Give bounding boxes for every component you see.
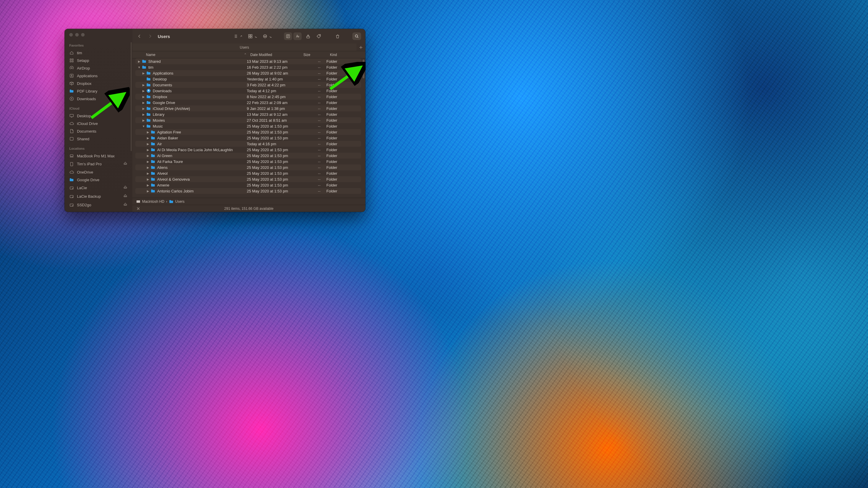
file-row[interactable]: ▶ Air Today at 4:16 pm -- Folder — [135, 141, 361, 147]
column-name[interactable]: Name ⌃ — [146, 53, 250, 57]
sidebar-scrollbar[interactable] — [131, 42, 132, 151]
sidebar-item-label: LaCie — [77, 186, 120, 190]
sidebar-item[interactable]: LaCie Backup — [65, 192, 132, 201]
disclosure-triangle-icon[interactable]: ▶ — [142, 113, 146, 116]
file-row[interactable]: ▶ Dropbox 8 Nov 2022 at 2:45 pm -- Folde… — [135, 94, 361, 100]
sidebar-item[interactable]: iCloud Drive — [65, 120, 132, 127]
eject-icon[interactable] — [123, 194, 128, 199]
group-button[interactable] — [246, 32, 258, 40]
status-close-button[interactable] — [136, 206, 140, 211]
tab-users[interactable]: Users — [132, 44, 356, 51]
sidebar-item[interactable]: MacBook Pro M1 Max — [65, 152, 132, 160]
disclosure-triangle-icon[interactable]: ▶ — [146, 184, 150, 187]
text-size-button[interactable] — [293, 32, 302, 40]
path-segment[interactable]: Users — [169, 199, 184, 204]
disclosure-triangle-icon[interactable]: ▼ — [137, 66, 141, 69]
file-date: 13 Mar 2023 at 9:12 am — [247, 112, 300, 117]
sidebar-item[interactable]: PDF Library — [65, 87, 132, 95]
file-row[interactable]: ▶ Documents 3 Feb 2022 at 4:22 pm -- Fol… — [135, 82, 361, 88]
disclosure-triangle-icon[interactable]: ▶ — [142, 72, 146, 75]
file-row[interactable]: ▶ Ali Farka Toure 25 May 2020 at 1:53 pm… — [135, 159, 361, 164]
sidebar-item[interactable]: Applications — [65, 72, 132, 79]
sidebar-item[interactable]: tim — [65, 49, 132, 57]
sidebar-item[interactable]: Shared — [65, 135, 132, 143]
search-button[interactable] — [352, 32, 361, 40]
file-row[interactable]: ▶ Al Di Meola Paco De Lucia John McLaugh… — [135, 147, 361, 153]
file-size: -- — [300, 136, 327, 140]
disclosure-triangle-icon[interactable]: ▼ — [142, 125, 146, 128]
column-kind[interactable]: Kind — [330, 53, 365, 57]
disclosure-triangle-icon[interactable]: ▶ — [137, 60, 141, 63]
file-row[interactable]: ▶ Antonio Carlos Jobim 25 May 2020 at 1:… — [135, 188, 361, 194]
sidebar-item[interactable]: OneDrive — [65, 168, 132, 176]
file-row[interactable]: ▶ Aidan Baker 25 May 2020 at 1:53 pm -- … — [135, 135, 361, 141]
file-row[interactable]: ▶ Google Drive 22 Feb 2023 at 2:09 am --… — [135, 100, 361, 105]
disclosure-triangle-icon[interactable]: ▶ — [142, 101, 146, 104]
close-button[interactable] — [69, 33, 73, 36]
disclosure-triangle-icon[interactable]: ▶ — [142, 119, 146, 122]
sidebar-item[interactable]: Google Drive — [65, 176, 132, 184]
file-row[interactable]: ▶ Alveol & Genoveva 25 May 2020 at 1:53 … — [135, 176, 361, 182]
sidebar-item[interactable]: LaCie — [65, 184, 132, 192]
list-scrollbar[interactable] — [363, 60, 365, 78]
eject-icon[interactable] — [123, 161, 128, 167]
sidebar-item[interactable]: AirDrop — [65, 64, 132, 72]
file-size: -- — [300, 142, 327, 146]
disclosure-triangle-icon[interactable]: ▶ — [146, 190, 150, 193]
file-row[interactable]: ▶ Movies 27 Oct 2021 at 8:51 am -- Folde… — [135, 117, 361, 123]
file-row[interactable]: ▶ Library 13 Mar 2023 at 9:12 am -- Fold… — [135, 111, 361, 117]
disclosure-triangle-icon[interactable]: ▶ — [146, 172, 150, 175]
file-row[interactable]: ▼ Music 25 May 2020 at 1:53 pm -- Folder — [135, 123, 361, 129]
nav-forward-button[interactable] — [146, 32, 154, 40]
disclosure-triangle-icon[interactable]: ▶ — [146, 148, 150, 152]
sidebar-section-title: iCloud — [65, 102, 132, 112]
sidebar-item[interactable]: Desktop — [65, 112, 132, 120]
file-row[interactable]: ▶ Shared 13 Mar 2023 at 9:13 am -- Folde… — [135, 58, 361, 64]
file-row[interactable]: ▼ tim 16 Feb 2023 at 2:22 pm -- Folder — [135, 64, 361, 70]
eject-icon[interactable] — [123, 202, 128, 208]
disclosure-triangle-icon[interactable]: ▶ — [142, 84, 146, 87]
file-row[interactable]: Desktop Yesterday at 1:40 pm -- Folder — [135, 76, 361, 82]
file-row[interactable]: ▶ Alveol 25 May 2020 at 1:53 pm -- Folde… — [135, 170, 361, 176]
file-name: Library — [153, 112, 247, 117]
file-date: 25 May 2020 at 1:53 pm — [247, 159, 300, 164]
disclosure-triangle-icon[interactable]: ▶ — [146, 131, 150, 134]
disclosure-triangle-icon[interactable]: ▶ — [146, 142, 150, 145]
sidebar-item[interactable]: Tim's iPad Pro — [65, 160, 132, 168]
file-row[interactable]: ▶ Amerie 25 May 2020 at 1:53 pm -- Folde… — [135, 182, 361, 188]
new-tab-button[interactable] — [356, 45, 365, 50]
column-size[interactable]: Size — [303, 53, 330, 57]
disclosure-triangle-icon[interactable]: ▶ — [146, 136, 150, 140]
file-row[interactable]: ▶ iCloud Drive (Archive) 9 Jan 2022 at 1… — [135, 105, 361, 111]
file-row[interactable]: ▶ Agitation Free 25 May 2020 at 1:53 pm … — [135, 129, 361, 135]
disclosure-triangle-icon[interactable]: ▶ — [146, 166, 150, 169]
disclosure-triangle-icon[interactable]: ▶ — [146, 160, 150, 163]
sidebar-item[interactable]: Setapp — [65, 57, 132, 64]
tags-button[interactable] — [315, 32, 323, 40]
nav-back-button[interactable] — [135, 32, 144, 40]
sidebar-item[interactable]: SSD2go — [65, 201, 132, 209]
trash-button[interactable] — [334, 32, 342, 40]
minimize-button[interactable] — [75, 33, 79, 36]
sidebar-item[interactable]: Downloads — [65, 95, 132, 102]
zoom-button[interactable] — [81, 33, 85, 36]
disclosure-triangle-icon[interactable]: ▶ — [142, 89, 146, 93]
file-size: -- — [300, 171, 327, 176]
disclosure-triangle-icon[interactable]: ▶ — [142, 95, 146, 98]
preview-toggle-button[interactable] — [284, 32, 292, 40]
view-list-button[interactable] — [231, 32, 244, 40]
share-button[interactable] — [304, 32, 312, 40]
file-row[interactable]: ▶ Applications 26 May 2020 at 9:02 am --… — [135, 70, 361, 76]
disclosure-triangle-icon[interactable]: ▶ — [142, 107, 146, 110]
column-date[interactable]: Date Modified — [250, 53, 303, 57]
file-row[interactable]: ▶ Aliens 25 May 2020 at 1:53 pm -- Folde… — [135, 164, 361, 170]
file-row[interactable]: ▶ Downloads Today at 4:12 pm -- Folder — [135, 88, 361, 94]
sidebar-item[interactable]: Dropbox — [65, 79, 132, 87]
path-segment[interactable]: Macintosh HD — [136, 199, 164, 204]
disclosure-triangle-icon[interactable]: ▶ — [146, 154, 150, 157]
eject-icon[interactable] — [123, 185, 128, 191]
file-row[interactable]: ▶ Al Green 25 May 2020 at 1:53 pm -- Fol… — [135, 153, 361, 159]
sidebar-item[interactable]: Documents — [65, 127, 132, 135]
action-menu-button[interactable] — [261, 32, 273, 40]
disclosure-triangle-icon[interactable]: ▶ — [146, 178, 150, 181]
